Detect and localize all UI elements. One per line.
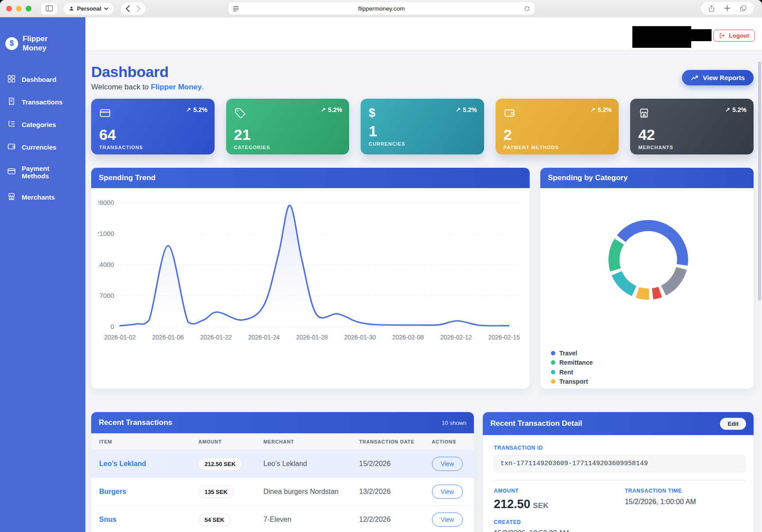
view-button[interactable]: View: [432, 457, 463, 471]
arrow-up-right-icon: ↗: [321, 106, 326, 113]
reader-view-icon[interactable]: [233, 6, 239, 12]
stat-value: 2: [504, 127, 611, 142]
legend-dot: [551, 379, 555, 384]
logout-button[interactable]: Logout: [713, 30, 755, 42]
sidebar-nav: Dashboard Transactions Categories: [0, 68, 85, 208]
sidebar-item-transactions[interactable]: Transactions: [0, 91, 85, 113]
dollar-icon: $: [369, 106, 375, 120]
history-nav: [121, 2, 146, 15]
svg-text:7000: 7000: [100, 292, 114, 299]
svg-text:21000: 21000: [96, 230, 114, 237]
sidebar-item-dashboard[interactable]: Dashboard: [0, 68, 85, 91]
column-header-item: ITEM: [91, 433, 198, 450]
svg-text:2026-01-30: 2026-01-30: [344, 334, 376, 341]
close-window-button[interactable]: [6, 6, 12, 12]
welcome-brand-link[interactable]: Flipper Money: [151, 83, 202, 91]
scrollbar-thumb[interactable]: [758, 62, 761, 301]
spending-trend-title: Spending Trend: [99, 173, 155, 182]
transaction-id-value[interactable]: txn-1771149203609-1771149203609958149: [494, 455, 746, 472]
stat-label: MERCHANTS: [638, 145, 746, 150]
svg-text:2026-02-12: 2026-02-12: [440, 334, 472, 341]
table-row[interactable]: Leo’s Lekland 212.50 SEK Leo’s Lekland 1…: [91, 450, 474, 478]
arrow-up-right-icon: ↗: [590, 106, 596, 113]
sidebar-item-merchants[interactable]: Merchants: [0, 186, 85, 208]
stat-card-currencies: $ ↗5.2% 1 CURRENCIES: [361, 99, 484, 154]
transaction-detail-title: Recent Transaction Detail: [490, 419, 582, 428]
share-icon[interactable]: [708, 4, 715, 12]
reload-icon[interactable]: [524, 5, 530, 12]
stat-value: 64: [99, 127, 207, 142]
sidebar-item-payment-methods[interactable]: Payment Methods: [0, 158, 85, 186]
minimize-window-button[interactable]: [16, 6, 22, 12]
arrow-up-right-icon: ↗: [725, 106, 730, 113]
amount-badge: 135 SEK: [198, 486, 234, 498]
legend-item-travel[interactable]: Travel: [551, 348, 593, 358]
legend-item-rent[interactable]: Rent: [551, 367, 593, 377]
profile-menu[interactable]: Personal: [63, 3, 114, 15]
view-button[interactable]: View: [432, 485, 463, 499]
date-cell: 13/2/2026: [359, 478, 431, 506]
svg-text:2026-01-28: 2026-01-28: [296, 334, 328, 341]
forward-button[interactable]: [136, 5, 141, 12]
brand-name-line2: Money: [23, 44, 46, 52]
delta-badge: ↗5.2%: [321, 106, 343, 113]
sidebar-item-label: Dashboard: [22, 76, 56, 83]
edit-button[interactable]: Edit: [720, 418, 746, 430]
table-row[interactable]: Burgers 135 SEK Dinea burgers Nordstan 1…: [91, 478, 474, 506]
transaction-time-label: TRANSACTION TIME: [625, 488, 746, 494]
sidebar-item-categories[interactable]: Categories: [0, 113, 85, 136]
sidebar-item-currencies[interactable]: Currencies: [0, 136, 85, 158]
transaction-time-value: 15/2/2026, 1:00:00 AM: [625, 498, 746, 506]
amount-badge: 212.50 SEK: [198, 458, 242, 470]
tab-overview-icon[interactable]: [739, 5, 747, 12]
item-link[interactable]: Burgers: [99, 488, 126, 495]
transactions-table: ITEM AMOUNT MERCHANT TRANSACTION DATE AC…: [91, 433, 474, 532]
arrow-up-right-icon: ↗: [186, 106, 191, 113]
window-controls: [6, 6, 31, 12]
redacted-user-info: [632, 26, 691, 48]
delta-badge: ↗5.2%: [186, 106, 208, 113]
legend-dot: [551, 351, 555, 355]
column-header-actions: ACTIONS: [432, 433, 474, 450]
trending-up-icon: [691, 75, 699, 81]
wallet-icon: [7, 142, 16, 152]
legend-item-transport[interactable]: Transport: [551, 377, 593, 387]
address-bar[interactable]: flippermoney.com: [228, 2, 535, 15]
svg-text:14000: 14000: [96, 261, 114, 268]
delta-value: 5.2%: [328, 106, 342, 113]
sidebar-toggle-button[interactable]: [41, 3, 57, 15]
toolbar-actions: [701, 2, 754, 15]
brand: $ Flipper Money: [0, 17, 85, 62]
item-link[interactable]: Leo’s Lekland: [99, 460, 146, 467]
svg-text:2026-02-15: 2026-02-15: [488, 334, 520, 341]
legend-item-remittance[interactable]: Remittance: [551, 358, 593, 368]
back-button[interactable]: [125, 5, 130, 12]
transaction-detail-card: Recent Transaction Detail Edit TRANSACTI…: [483, 412, 754, 532]
svg-text:2026-01-24: 2026-01-24: [248, 334, 280, 341]
column-header-date: TRANSACTION DATE: [359, 433, 431, 450]
wallet-icon: [504, 113, 516, 120]
legend-item-health[interactable]: Health: [551, 386, 593, 389]
page-title: Dashboard: [91, 63, 204, 81]
stat-card-categories: ↗5.2% 21 CATEGORIES: [226, 99, 350, 154]
zoom-window-button[interactable]: [26, 6, 31, 12]
brand-name-line1: Flipper: [23, 35, 48, 43]
logout-label: Logout: [729, 32, 749, 39]
stat-label: PAYMENT METHODS: [504, 145, 611, 150]
view-reports-button[interactable]: View Reports: [682, 70, 754, 85]
arrow-up-right-icon: ↗: [455, 106, 461, 113]
svg-text:2026-02-08: 2026-02-08: [392, 334, 424, 341]
sidebar-item-label: Currencies: [22, 143, 56, 151]
table-row[interactable]: Snus 54 SEK 7-Eleven 12/2/2026 View: [91, 506, 474, 532]
created-label: CREATED: [494, 519, 625, 525]
svg-text:2026-01-06: 2026-01-06: [152, 334, 184, 341]
new-tab-icon[interactable]: [724, 5, 731, 12]
stat-cards: ↗5.2% 64 TRANSACTIONS ↗5.2% 21 CATEGORIE…: [91, 99, 754, 154]
amount-label: AMOUNT: [494, 488, 625, 494]
app-header: Logout: [85, 17, 762, 50]
item-link[interactable]: Snus: [99, 516, 116, 523]
svg-text:2026-01-02: 2026-01-02: [104, 334, 136, 341]
view-button[interactable]: View: [432, 513, 463, 527]
merchant-cell: Leo’s Lekland: [263, 450, 359, 478]
stat-card-transactions: ↗5.2% 64 TRANSACTIONS: [91, 99, 215, 154]
